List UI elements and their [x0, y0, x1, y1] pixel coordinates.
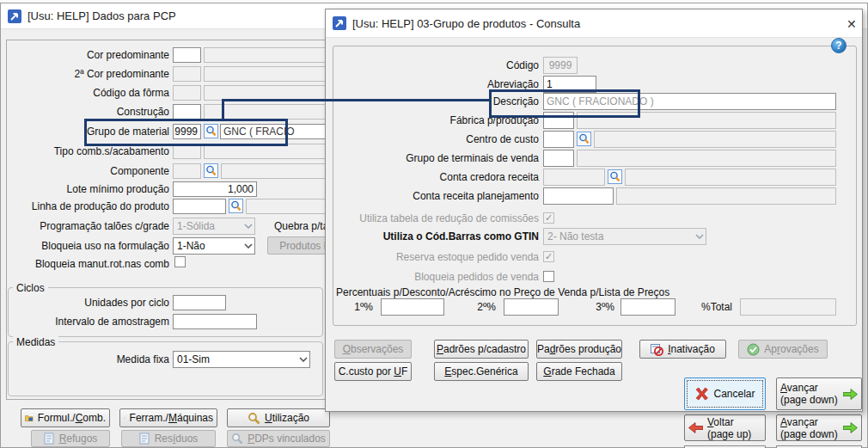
construcao-code-input[interactable]	[173, 104, 201, 120]
window-grupo-produtos-consulta: [Usu: HELP] 03-Grupo de produtos - Consu…	[325, 9, 863, 412]
cor2-code-field	[173, 66, 201, 82]
titlebar-grupo-produtos: [Usu: HELP] 03-Grupo de produtos - Consu…	[326, 9, 862, 38]
p1-input[interactable]	[381, 298, 444, 316]
padroes-producao-button[interactable]: Padrões produção	[536, 340, 622, 359]
reserva-estoque-checkbox[interactable]: ✓	[543, 251, 554, 262]
inativacao-button[interactable]: Inativação	[639, 340, 726, 359]
componente-code-field	[173, 163, 201, 179]
magnifier-icon	[248, 412, 260, 425]
label-medida-fixa: Medida fixa	[117, 353, 169, 365]
label-reserva-estoque: Reserva estoque pedido venda	[396, 251, 539, 263]
lote-minimo-value: 1,000	[228, 183, 254, 195]
observacoes-button[interactable]: Observações	[334, 340, 412, 359]
arrow-right-icon	[843, 389, 858, 400]
label-unidades-ciclo: Unidades por ciclo	[84, 297, 169, 309]
linha-producao-lookup-icon[interactable]	[229, 199, 243, 213]
bloqueia-pedidos-checkbox[interactable]	[543, 271, 554, 282]
label-codigo: Código	[506, 59, 539, 71]
linha-producao-input[interactable]	[173, 199, 226, 214]
check-icon: ✓	[545, 212, 553, 223]
label-linha-producao: Linha de produção do produto	[32, 200, 169, 212]
label-conta-credora: Conta credora receita	[440, 171, 539, 183]
label-construcao: Construção	[117, 106, 169, 118]
label-cor-predominante: Cor predominante	[87, 49, 169, 61]
centro-custo-desc-field	[594, 131, 836, 148]
grupo-material-code-input[interactable]: 9999	[173, 124, 201, 139]
arrow-left-icon	[688, 422, 703, 433]
espec-generica-button[interactable]: Espec.Genérica	[434, 362, 529, 381]
utiliza-tabela-checkbox[interactable]: ✓	[543, 212, 554, 224]
group-medidas-caption: Medidas	[13, 336, 58, 348]
help-icon[interactable]: ?	[831, 38, 847, 53]
label-quebra: Quebra p/ta	[274, 220, 328, 232]
intervalo-amostragem-input[interactable]	[173, 314, 257, 329]
grupo-terminais-input[interactable]	[543, 150, 574, 167]
window-title: [Usu: HELP] Dados para PCP	[28, 9, 176, 22]
programacao-taloes-dropdown[interactable]: 1-Sólida	[173, 218, 255, 235]
cor-predominante-code-input[interactable]	[173, 47, 201, 63]
label-p3: 3º%	[596, 301, 614, 313]
conta-credora-desc-field	[625, 169, 836, 186]
panel-border-top	[6, 40, 326, 40]
label-descricao: Descrição	[493, 95, 539, 107]
label-utiliza-gtin: Utiliza o Cód.Barras como GTIN	[383, 230, 539, 242]
descricao-input[interactable]: GNC ( FRACIONADO )	[543, 93, 836, 110]
conta-credora-lookup-icon[interactable]	[608, 169, 622, 184]
conta-receita-desc-field	[616, 187, 836, 205]
avancar-page-down-button-bg[interactable]: Avançar(page down)	[776, 414, 862, 441]
label-utiliza-tabela: Utiliza tabela de redução de comissões	[359, 212, 539, 224]
ccusto-uf-button[interactable]: C.custo por UF	[334, 362, 412, 381]
fabrica-desc-field	[577, 112, 836, 129]
grupo-terminais-desc-field	[577, 150, 836, 167]
padroes-cadastro-button[interactable]: Padrões p/cadastro	[434, 340, 529, 359]
pdps-vinculados-button[interactable]: PDPs vinculados	[227, 430, 330, 447]
codigo-forma-code-field	[173, 85, 201, 101]
label-p1: 1º%	[354, 301, 373, 313]
app-icon	[333, 16, 346, 30]
group-medidas	[8, 341, 323, 396]
refugos-button[interactable]: Refugos	[31, 430, 110, 447]
ferram-maquinas-button[interactable]: Ferram./Máquinas	[119, 408, 217, 427]
label-bloqueia-manut: Bloqueia manut.rot.nas comb	[35, 258, 169, 270]
avancar-page-down-button[interactable]: Avançar(page down)	[776, 377, 862, 410]
voltar-page-up-button[interactable]: Voltar(page up)	[684, 414, 766, 441]
cancelar-button[interactable]: Cancelar	[684, 377, 766, 410]
label-grupo-terminais: Grupo de terminais de venda	[406, 152, 539, 164]
grupo-material-lookup-icon[interactable]	[204, 124, 218, 138]
componente-lookup-icon[interactable]	[204, 163, 218, 178]
descricao-value: GNC ( FRACIONADO )	[547, 95, 654, 107]
close-icon[interactable]: ✕	[847, 17, 857, 31]
unidades-ciclo-input[interactable]	[173, 295, 226, 310]
label-ptotal: %Total	[701, 301, 732, 313]
abreviacao-input[interactable]: 1	[543, 76, 596, 93]
panel-border-bottom	[6, 399, 326, 400]
document-icon	[44, 433, 55, 445]
check-icon: ✓	[545, 251, 553, 261]
utilizacao-button[interactable]: Utilização	[227, 408, 330, 427]
inactivation-icon	[651, 343, 663, 356]
medida-fixa-dropdown[interactable]: 01-Sim	[173, 351, 310, 368]
bloqueia-manut-checkbox[interactable]	[174, 256, 186, 267]
centro-custo-input[interactable]	[543, 131, 574, 148]
p3-input[interactable]	[620, 298, 675, 316]
medida-fixa-value: 01-Sim	[177, 353, 210, 365]
p2-input[interactable]	[504, 298, 559, 316]
conta-receita-input[interactable]	[543, 187, 614, 205]
fabrica-code-input[interactable]	[543, 112, 574, 129]
residuos-button[interactable]: Resíduos	[121, 430, 216, 447]
label-fabrica: Fábrica p/produção	[450, 114, 539, 126]
label-bloqueia-uso: Bloqueia uso na formulação	[41, 240, 169, 252]
lote-minimo-input[interactable]: 1,000	[173, 181, 257, 197]
document-icon	[139, 433, 150, 445]
grupo-material-desc-value: GNC ( FRACIO	[223, 126, 295, 138]
aprovacoes-button[interactable]: Aprovações	[738, 340, 828, 359]
grade-fechada-button[interactable]: Grade Fechada	[536, 362, 622, 381]
utiliza-gtin-dropdown[interactable]: 2- Não testa	[543, 228, 706, 245]
label-2a-cor-predominante: 2ª Cor predominante	[74, 68, 169, 80]
codigo-value: 9999	[549, 59, 572, 71]
bloqueia-uso-value: 1-Não	[177, 240, 205, 252]
formul-comb-button[interactable]: Formul./Comb.	[21, 408, 110, 427]
label-componente: Componente	[110, 165, 169, 177]
centro-custo-lookup-icon[interactable]	[577, 132, 591, 146]
bloqueia-uso-dropdown[interactable]: 1-Não	[173, 237, 255, 255]
